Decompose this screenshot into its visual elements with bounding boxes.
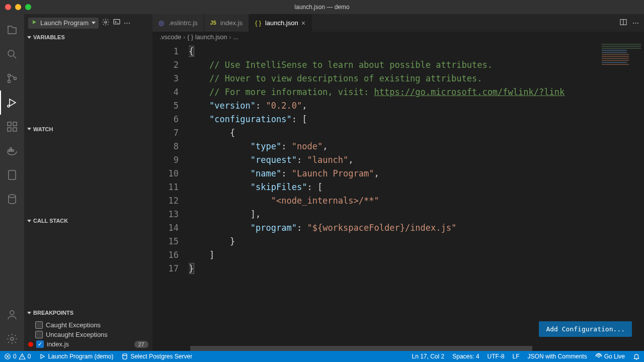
editor-body[interactable]: 1234567891011121314151617 { // Use Intel… <box>152 43 644 346</box>
chevron-down-icon <box>27 312 31 314</box>
bp-uncaught-exceptions[interactable]: Uncaught Exceptions <box>24 330 152 339</box>
bp-caught-exceptions[interactable]: Caught Exceptions <box>24 320 152 330</box>
line-gutter: 1234567891011121314151617 <box>152 43 189 346</box>
status-postgres-label: Select Postgres Server <box>130 353 192 360</box>
js-icon: JS <box>210 20 217 27</box>
split-editor-icon[interactable] <box>619 18 627 28</box>
checkbox-unchecked-icon[interactable] <box>35 331 43 338</box>
bp-file-entry[interactable]: index.js 27 <box>24 339 152 349</box>
open-launch-json-icon[interactable] <box>102 18 110 28</box>
close-icon[interactable]: × <box>301 19 305 27</box>
svg-point-2 <box>8 80 11 83</box>
titlebar: launch.json — demo <box>0 0 644 14</box>
svg-rect-18 <box>114 20 120 24</box>
svg-rect-9 <box>8 150 10 151</box>
svg-rect-11 <box>12 150 14 151</box>
launch-config-dropdown[interactable]: Launch Program <box>28 18 99 29</box>
status-notifications-icon[interactable] <box>629 351 644 362</box>
svg-rect-12 <box>10 148 12 149</box>
debug-console-icon[interactable] <box>113 18 121 28</box>
status-language[interactable]: JSON with Comments <box>524 351 591 362</box>
section-watch-header[interactable]: Watch <box>24 124 152 135</box>
svg-point-16 <box>11 337 14 340</box>
status-launch-label: Launch Program (demo) <box>48 353 113 360</box>
svg-rect-7 <box>8 128 11 131</box>
eslint-icon: ◎ <box>158 20 166 27</box>
bp-line-badge: 27 <box>134 341 148 348</box>
status-cursor-pos[interactable]: Ln 17, Col 2 <box>408 351 449 362</box>
checkbox-unchecked-icon[interactable] <box>35 321 43 329</box>
tab-eslintrc[interactable]: ◎ .eslintrc.js <box>152 14 204 32</box>
svg-rect-10 <box>10 150 12 151</box>
status-indent[interactable]: Spaces: 4 <box>448 351 483 362</box>
status-encoding[interactable]: UTF-8 <box>484 351 509 362</box>
tab-launchjson-label: launch.json <box>265 19 298 27</box>
tab-bar: ◎ .eslintrc.js JS index.js { } launch.js… <box>152 14 644 32</box>
status-errors-count: 0 <box>13 353 17 360</box>
status-bar: 0 0 Launch Program (demo) Select Postgre… <box>0 351 644 362</box>
svg-rect-5 <box>8 122 11 126</box>
tab-launchjson[interactable]: { } launch.json × <box>249 14 312 32</box>
run-debug-panel: Launch Program ⋯ Variables Watch Call St… <box>24 14 152 351</box>
horizontal-scrollbar[interactable] <box>152 346 644 351</box>
svg-point-15 <box>10 311 14 315</box>
breadcrumb-folder[interactable]: .vscode <box>159 34 181 41</box>
search-icon[interactable] <box>0 42 24 66</box>
explorer-icon[interactable] <box>0 18 24 42</box>
add-configuration-button[interactable]: Add Configuration... <box>539 321 632 337</box>
minimize-window-button[interactable] <box>15 4 21 10</box>
scrollbar-thumb[interactable] <box>190 346 532 351</box>
svg-point-21 <box>123 354 127 356</box>
breakpoint-dot-icon <box>28 342 33 347</box>
svg-point-14 <box>9 195 16 198</box>
svg-point-4 <box>8 105 10 107</box>
section-variables-header[interactable]: Variables <box>24 32 152 43</box>
tab-indexjs[interactable]: JS index.js <box>204 14 249 32</box>
close-window-button[interactable] <box>5 4 11 10</box>
launch-config-label: Launch Program <box>40 19 89 27</box>
play-icon <box>31 19 37 27</box>
chevron-right-icon: › <box>183 34 185 41</box>
bp-caught-label: Caught Exceptions <box>46 321 101 329</box>
chevron-down-icon <box>27 220 31 222</box>
section-breakpoints-body: Caught Exceptions Uncaught Exceptions in… <box>24 318 152 351</box>
section-callstack-body <box>24 226 152 307</box>
chevron-down-icon <box>27 36 31 39</box>
bp-uncaught-label: Uncaught Exceptions <box>46 331 108 338</box>
chevron-down-icon <box>92 22 96 24</box>
minimap[interactable] <box>599 43 644 108</box>
section-breakpoints-header[interactable]: Breakpoints <box>24 307 152 318</box>
status-golive[interactable]: Go Live <box>591 351 629 362</box>
chevron-down-icon <box>27 128 31 130</box>
breadcrumbs[interactable]: .vscode › { } launch.json › ... <box>152 32 644 43</box>
breadcrumb-symbol[interactable]: ... <box>233 34 238 41</box>
misc-panel-icon[interactable] <box>0 163 24 187</box>
status-eol[interactable]: LF <box>509 351 524 362</box>
code-content[interactable]: { // Use IntelliSense to learn about pos… <box>189 43 644 346</box>
maximize-window-button[interactable] <box>25 4 31 10</box>
account-icon[interactable] <box>0 303 24 327</box>
more-actions-icon[interactable]: ⋯ <box>124 19 130 27</box>
more-actions-icon[interactable]: ⋯ <box>632 19 639 27</box>
json-icon: { } <box>187 34 193 41</box>
database-icon[interactable] <box>0 187 24 211</box>
checkbox-checked-icon[interactable] <box>36 340 44 348</box>
status-launch-config[interactable]: Launch Program (demo) <box>35 351 117 362</box>
docker-icon[interactable] <box>0 139 24 163</box>
status-postgres[interactable]: Select Postgres Server <box>117 351 196 362</box>
run-debug-icon[interactable] <box>0 90 24 115</box>
window-title: launch.json — demo <box>0 4 644 11</box>
breadcrumb-file[interactable]: launch.json <box>195 34 227 41</box>
json-icon: { } <box>255 20 262 27</box>
svg-rect-13 <box>9 170 16 179</box>
source-control-icon[interactable] <box>0 66 24 90</box>
svg-rect-8 <box>13 128 17 131</box>
svg-point-1 <box>8 74 11 77</box>
settings-gear-icon[interactable] <box>0 327 24 351</box>
section-variables-label: Variables <box>33 34 65 40</box>
section-callstack-header[interactable]: Call Stack <box>24 215 152 226</box>
status-problems[interactable]: 0 0 <box>0 351 35 362</box>
chevron-right-icon: › <box>229 34 231 41</box>
svg-point-0 <box>8 50 14 56</box>
extensions-icon[interactable] <box>0 115 24 139</box>
